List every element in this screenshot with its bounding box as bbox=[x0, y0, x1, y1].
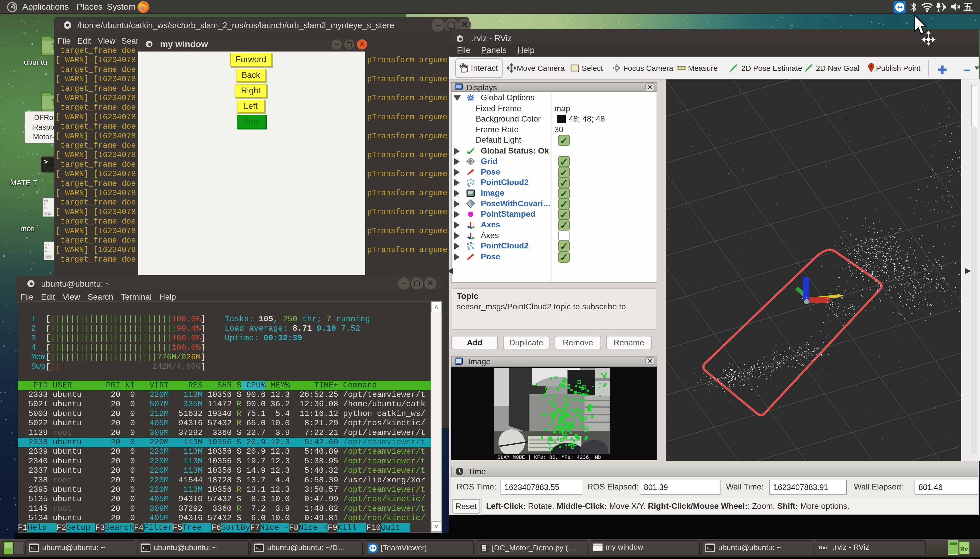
svg-text:Rvz: Rvz bbox=[819, 545, 828, 551]
svg-text:SLAM MODE | KFs: 86, MPs: 423: SLAM MODE | KFs: 86, MPs: 4236, Mb bbox=[497, 455, 601, 460]
svg-text:Rv: Rv bbox=[960, 546, 968, 552]
